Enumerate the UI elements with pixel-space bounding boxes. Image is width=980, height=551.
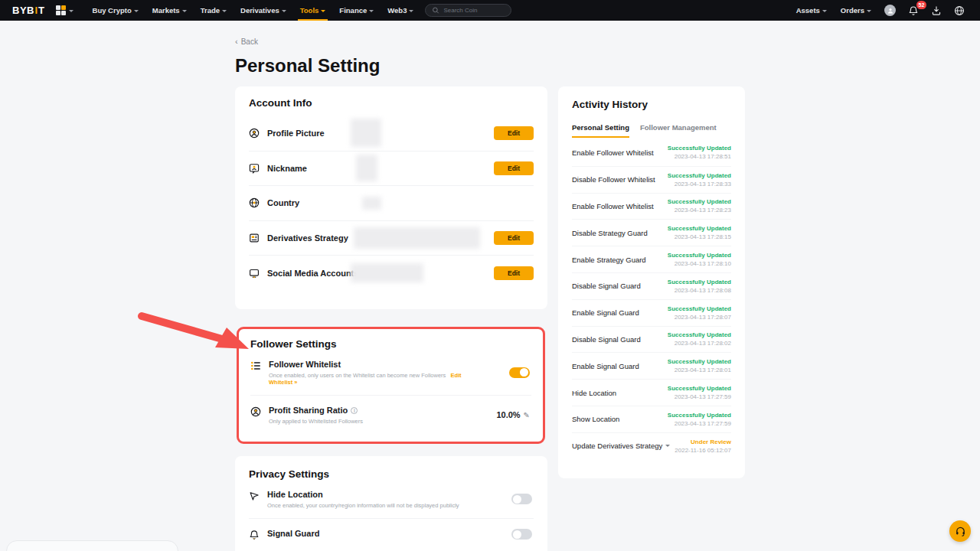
activity-action-label: Enable Signal Guard	[572, 362, 639, 370]
nav-item-markets[interactable]: Markets	[145, 0, 194, 21]
notifications-button[interactable]: 52	[902, 0, 925, 21]
toggle-switch[interactable]	[509, 367, 530, 378]
activity-row: Enable Follower Whitelist Successfully U…	[572, 139, 731, 166]
setting-row: Hide Location Once enabled, your country…	[249, 480, 534, 518]
top-navbar: BYBIT Buy CryptoMarketsTradeDerivativesT…	[0, 0, 980, 21]
navbar-right: AssetsOrders 52	[789, 0, 980, 21]
tab-personal-setting[interactable]: Personal Setting	[572, 123, 629, 138]
apps-grid-button[interactable]	[56, 0, 74, 21]
setting-row: Follower Whitelist Once enabled, only us…	[250, 350, 531, 395]
language-button[interactable]	[948, 0, 971, 21]
nav-item-derivatives[interactable]: Derivatives	[234, 0, 293, 21]
chevron-left-icon: ‹	[235, 37, 238, 46]
profile-button[interactable]	[878, 0, 902, 21]
hide-location-icon	[249, 491, 260, 501]
nav-item-finance[interactable]: Finance	[332, 0, 381, 21]
activity-timestamp: 2023-04-13 17:27:59	[675, 420, 731, 427]
info-icon[interactable]: i	[351, 407, 358, 414]
toggle-switch[interactable]	[511, 529, 532, 540]
profile-picture-icon	[249, 128, 260, 139]
activity-action: Disable Signal Guard	[572, 282, 641, 290]
activity-action: Enable Signal Guard	[572, 362, 639, 370]
nav-item-buy-crypto[interactable]: Buy Crypto	[86, 0, 145, 21]
chevron-down-icon	[69, 10, 74, 12]
edit-pencil-icon[interactable]: ✎	[524, 411, 530, 419]
headset-icon	[955, 526, 966, 537]
nav-item-label: Finance	[339, 6, 367, 15]
coin-search[interactable]	[425, 4, 511, 17]
nickname-icon	[249, 163, 260, 174]
setting-row-right	[509, 367, 530, 378]
account-info-row: Country	[249, 185, 534, 220]
edit-button[interactable]: Edit	[494, 161, 534, 175]
edit-button[interactable]: Edit	[494, 266, 534, 280]
back-label: Back	[241, 37, 258, 46]
edit-button[interactable]: Edit	[494, 126, 534, 140]
activity-row: Enable Follower Whitelist Successfully U…	[572, 193, 731, 220]
chevron-down-icon[interactable]	[665, 445, 670, 447]
search-input[interactable]	[443, 7, 505, 14]
activity-timestamp: 2023-04-13 17:28:07	[675, 314, 731, 321]
activity-row: Disable Strategy Guard Successfully Upda…	[572, 219, 731, 246]
activity-row-right: Successfully Updated 2023-04-13 17:28:08	[668, 279, 731, 294]
nav-item-trade[interactable]: Trade	[194, 0, 234, 21]
social-media-icon	[249, 268, 260, 279]
bybit-logo[interactable]: BYBIT	[12, 0, 45, 21]
nav-menu: Buy CryptoMarketsTradeDerivativesToolsFi…	[86, 0, 421, 21]
activity-action: Hide Location	[572, 389, 616, 397]
activity-status: Successfully Updated	[668, 385, 731, 392]
bottom-left-widget[interactable]	[6, 540, 178, 551]
activity-timestamp: 2023-04-13 17:27:59	[675, 393, 731, 400]
edit-whitelist-link[interactable]: Edit Whitelist »	[269, 372, 462, 386]
nav-item-assets[interactable]: Assets	[789, 0, 834, 21]
chevron-down-icon	[222, 10, 227, 12]
setting-texts: Signal Guard	[267, 529, 365, 538]
activity-history-card: Activity History Personal SettingFollowe…	[558, 86, 745, 478]
activity-history-rows: Enable Follower Whitelist Successfully U…	[572, 139, 731, 459]
account-info-title: Account Info	[249, 97, 534, 109]
activity-status: Successfully Updated	[668, 331, 731, 338]
activity-action: Disable Follower Whitelist	[572, 175, 655, 184]
nav-item-web3[interactable]: Web3	[381, 0, 420, 21]
setting-description: Once enabled, your country/region inform…	[267, 502, 459, 509]
activity-row: Show Location Successfully Updated 2023-…	[572, 406, 731, 432]
nav-item-label: Tools	[300, 6, 319, 15]
activity-row: Disable Signal Guard Successfully Update…	[572, 326, 731, 353]
setting-row: Profit Sharing Ratioi Only applied to Wh…	[250, 395, 531, 434]
activity-action-label: Hide Location	[572, 389, 616, 397]
activity-row-right: Successfully Updated 2023-04-13 17:28:15	[668, 225, 731, 240]
activity-timestamp: 2023-04-13 17:28:15	[675, 233, 731, 240]
privacy-settings-title: Privacy Settings	[249, 468, 534, 480]
grid-icon	[56, 5, 66, 15]
activity-action: Enable Strategy Guard	[572, 256, 646, 264]
edit-button[interactable]: Edit	[494, 231, 534, 245]
setting-texts: Hide Location Once enabled, your country…	[267, 490, 505, 509]
setting-label: Follower Whitelist	[269, 360, 341, 369]
activity-row: Disable Follower Whitelist Successfully …	[572, 166, 731, 193]
download-app-button[interactable]	[925, 0, 948, 21]
activity-status: Successfully Updated	[668, 172, 731, 179]
chevron-down-icon	[134, 10, 139, 12]
nav-item-tools[interactable]: Tools	[293, 0, 333, 21]
account-row-label: Derivatives Strategy	[267, 233, 348, 243]
activity-action-label: Enable Follower Whitelist	[572, 148, 654, 157]
back-link[interactable]: ‹ Back	[235, 37, 258, 46]
download-icon	[931, 5, 942, 16]
chevron-down-icon	[867, 10, 871, 12]
follower-whitelist-icon	[250, 360, 261, 371]
tab-follower-management[interactable]: Follower Management	[640, 123, 717, 138]
activity-row: Hide Location Successfully Updated 2023-…	[572, 379, 731, 406]
follower-settings-rows: Follower Whitelist Once enabled, only us…	[250, 350, 531, 434]
account-info-rows: Profile Picture Edit Nickname Edit Count…	[249, 116, 534, 290]
nav-item-label: Derivatives	[240, 6, 279, 15]
activity-row: Enable Signal Guard Successfully Updated…	[572, 299, 731, 326]
support-chat-button[interactable]	[949, 520, 971, 542]
activity-action-label: Disable Signal Guard	[572, 335, 641, 344]
nav-item-orders[interactable]: Orders	[834, 0, 878, 21]
activity-timestamp: 2023-04-13 17:28:02	[675, 340, 731, 347]
toggle-switch[interactable]	[511, 494, 532, 504]
activity-row: Disable Signal Guard Successfully Update…	[572, 272, 731, 299]
activity-timestamp: 2022-11-16 05:12:07	[675, 447, 731, 454]
nav-item-label: Markets	[152, 6, 180, 15]
activity-action: Enable Follower Whitelist	[572, 202, 654, 210]
